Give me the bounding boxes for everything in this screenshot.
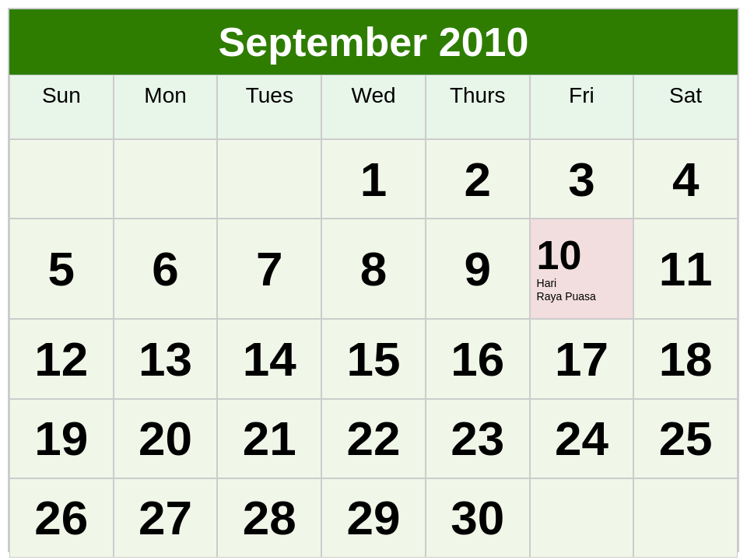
day-cell: 18 [633, 319, 738, 398]
day-cell: 12 [9, 319, 114, 398]
day-cell: 28 [217, 478, 321, 558]
day-cell: 17 [530, 319, 634, 398]
day-header: Tues [217, 75, 321, 139]
day-cell: 1 [321, 139, 426, 219]
calendar-header: September 2010 [9, 9, 738, 75]
day-header: Thurs [426, 75, 530, 139]
day-cell: 8 [321, 219, 426, 319]
day-header: Wed [321, 75, 426, 139]
day-cell: 29 [321, 478, 426, 558]
empty-cell [217, 139, 321, 219]
calendar: September 2010 SunMonTuesWedThursFriSat1… [8, 8, 739, 552]
day-cell: 19 [9, 399, 114, 478]
day-cell: 3 [530, 139, 634, 219]
empty-cell [114, 139, 218, 219]
day-cell: 6 [114, 219, 218, 319]
day-cell: 13 [114, 319, 218, 398]
holiday-name: HariRaya Puasa [537, 277, 596, 303]
day-cell: 21 [217, 399, 321, 478]
day-cell: 30 [426, 478, 530, 558]
calendar-title: September 2010 [219, 19, 529, 65]
day-cell: 20 [114, 399, 218, 478]
empty-cell [530, 478, 634, 558]
calendar-grid: SunMonTuesWedThursFriSat12345678910HariR… [9, 75, 738, 558]
day-cell: 11 [633, 219, 738, 319]
day-cell: 10HariRaya Puasa [530, 219, 634, 319]
day-cell: 14 [217, 319, 321, 398]
empty-cell [9, 139, 114, 219]
day-header: Sat [633, 75, 738, 139]
day-cell: 22 [321, 399, 426, 478]
day-cell: 24 [530, 399, 634, 478]
empty-cell [633, 478, 738, 558]
day-cell: 15 [321, 319, 426, 398]
day-cell: 9 [426, 219, 530, 319]
day-header: Sun [9, 75, 114, 139]
day-cell: 25 [633, 399, 738, 478]
day-cell: 2 [426, 139, 530, 219]
day-cell: 26 [9, 478, 114, 558]
day-cell: 7 [217, 219, 321, 319]
day-cell: 16 [426, 319, 530, 398]
day-cell: 27 [114, 478, 218, 558]
day-cell: 4 [633, 139, 738, 219]
day-header: Mon [114, 75, 218, 139]
day-header: Fri [530, 75, 634, 139]
day-cell: 5 [9, 219, 114, 319]
day-cell: 23 [426, 399, 530, 478]
